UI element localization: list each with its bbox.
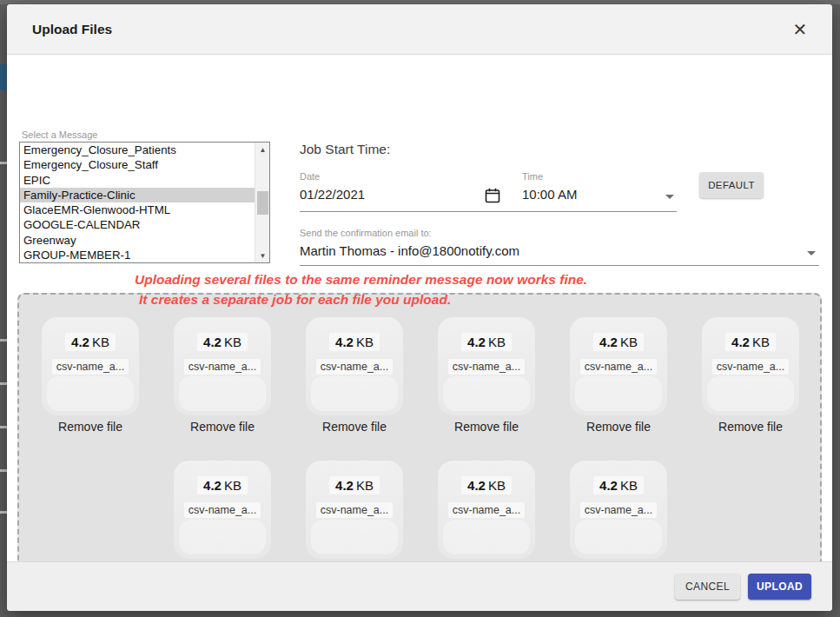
remove-file-button[interactable]: Remove file	[190, 420, 255, 434]
message-option[interactable]: GOOGLE-CALENDAR	[20, 217, 269, 232]
file-item: 4.2KB csv-name_a... Remove file	[42, 317, 139, 434]
close-icon[interactable]: ✕	[787, 17, 813, 43]
file-size: 4.2KB	[593, 476, 644, 494]
file-size-value: 4.2	[467, 335, 486, 349]
backdrop-fragment	[0, 469, 7, 472]
file-size-value: 4.2	[731, 335, 750, 349]
file-size-unit: KB	[92, 335, 109, 349]
scroll-up-icon[interactable]: ▲	[255, 143, 270, 156]
file-card: 4.2KB csv-name_a...	[174, 317, 271, 415]
file-size-value: 4.2	[335, 478, 354, 493]
message-listbox[interactable]: Emergency_Closure_Patients Emergency_Clo…	[19, 142, 270, 263]
file-item: 4.2KB csv-name_a... Remove file	[438, 317, 535, 434]
time-dropdown-icon[interactable]	[665, 195, 674, 199]
file-name: csv-name_a...	[712, 359, 790, 375]
file-size: 4.2KB	[197, 476, 248, 494]
file-size-value: 4.2	[599, 478, 618, 493]
backdrop-fragment	[0, 426, 7, 428]
file-name: csv-name_a...	[52, 359, 129, 375]
file-card: 4.2KB csv-name_a...	[438, 317, 535, 415]
message-option[interactable]: Greenway	[20, 233, 269, 248]
file-size: 4.2KB	[65, 333, 116, 351]
backdrop-fragment	[0, 162, 7, 164]
file-card: 4.2KB csv-name_a...	[438, 461, 535, 559]
message-option[interactable]: GROUP-MEMBER-1	[20, 248, 269, 262]
file-size: 4.2KB	[329, 333, 380, 351]
scrollbar-thumb[interactable]	[257, 191, 268, 215]
time-underline	[522, 211, 677, 212]
remove-file-button[interactable]: Remove file	[586, 420, 651, 434]
cancel-button[interactable]: CANCEL	[675, 574, 740, 600]
remove-file-button[interactable]: Remove file	[58, 420, 122, 434]
remove-file-button[interactable]: Remove file	[322, 420, 387, 434]
file-name: csv-name_a...	[580, 502, 658, 518]
scroll-down-icon[interactable]: ▼	[255, 249, 270, 262]
dialog-header: Upload Files ✕	[7, 4, 832, 55]
file-item: 4.2KB csv-name_a... Remove file	[174, 317, 271, 434]
message-option[interactable]: Emergency_Closure_Staff	[20, 157, 269, 172]
file-name: csv-name_a...	[580, 359, 658, 375]
file-card: 4.2KB csv-name_a...	[42, 317, 139, 415]
date-underline	[300, 211, 550, 212]
file-size-value: 4.2	[203, 335, 222, 349]
notice-line-1: Uploading several files to the same remi…	[135, 272, 587, 288]
file-size-unit: KB	[356, 335, 374, 349]
file-card: 4.2KB csv-name_a...	[306, 317, 403, 415]
email-dropdown-icon[interactable]	[807, 251, 816, 255]
file-name: csv-name_a...	[184, 359, 261, 375]
file-name: csv-name_a...	[184, 502, 261, 518]
file-item: 4.2KB csv-name_a... Remove file	[702, 317, 799, 434]
message-option[interactable]: EPIC	[20, 173, 269, 188]
file-size: 4.2KB	[461, 333, 512, 351]
file-card: 4.2KB csv-name_a...	[702, 317, 799, 415]
date-input[interactable]: 01/22/2021	[300, 187, 365, 202]
file-name: csv-name_a...	[448, 359, 526, 375]
message-option-selected[interactable]: Family-Practice-Clinic	[20, 188, 269, 202]
file-dropzone: 4.2KB csv-name_a... Remove file 4.2KB cs…	[17, 293, 822, 596]
calendar-icon[interactable]	[485, 188, 500, 203]
upload-files-dialog: Upload Files ✕ Select a Message Emergenc…	[7, 4, 832, 611]
file-size: 4.2KB	[329, 476, 380, 494]
date-label: Date	[300, 171, 320, 182]
file-size-unit: KB	[620, 335, 638, 349]
file-size: 4.2KB	[593, 333, 644, 351]
remove-file-button[interactable]: Remove file	[454, 420, 519, 434]
file-size-value: 4.2	[71, 335, 89, 349]
notice-line-2: It creates a separate job for each file …	[139, 292, 451, 308]
file-size-value: 4.2	[203, 478, 222, 493]
file-card: 4.2KB csv-name_a...	[570, 461, 667, 559]
file-card: 4.2KB csv-name_a...	[306, 461, 403, 559]
email-underline	[300, 265, 819, 266]
file-size-value: 4.2	[335, 335, 354, 349]
file-size-unit: KB	[488, 478, 506, 493]
listbox-scrollbar[interactable]: ▲ ▼	[255, 143, 269, 262]
message-option[interactable]: GlaceEMR-Glenwood-HTML	[20, 202, 269, 217]
file-size-unit: KB	[224, 478, 241, 493]
file-size-value: 4.2	[599, 335, 618, 349]
dialog-title: Upload Files	[32, 22, 112, 37]
default-button[interactable]: DEFAULT	[699, 172, 764, 198]
email-label: Send the confirmation email to:	[300, 228, 432, 238]
backdrop-fragment	[0, 339, 7, 342]
file-name: csv-name_a...	[448, 502, 526, 518]
file-size: 4.2KB	[197, 333, 248, 351]
file-name: csv-name_a...	[316, 502, 394, 518]
file-item: 4.2KB csv-name_a... Remove file	[570, 317, 667, 434]
dialog-content: Select a Message Emergency_Closure_Patie…	[7, 56, 832, 561]
upload-button[interactable]: UPLOAD	[748, 574, 811, 600]
file-size-unit: KB	[356, 478, 374, 493]
job-start-time-heading: Job Start Time:	[300, 142, 390, 157]
email-select[interactable]: Martin Thomas - info@1800notify.com	[300, 243, 519, 258]
file-card: 4.2KB csv-name_a...	[174, 461, 271, 559]
file-size: 4.2KB	[461, 476, 512, 494]
file-name: csv-name_a...	[316, 359, 394, 375]
remove-file-button[interactable]: Remove file	[718, 420, 783, 434]
select-message-label: Select a Message	[22, 129, 97, 140]
file-size-unit: KB	[752, 335, 770, 349]
file-size-value: 4.2	[467, 478, 486, 493]
time-select[interactable]: 10:00 AM	[522, 187, 577, 202]
time-label: Time	[522, 171, 543, 182]
message-option[interactable]: Emergency_Closure_Patients	[20, 143, 269, 157]
dialog-footer: CANCEL UPLOAD	[7, 561, 832, 611]
backdrop-fragment	[0, 511, 7, 514]
